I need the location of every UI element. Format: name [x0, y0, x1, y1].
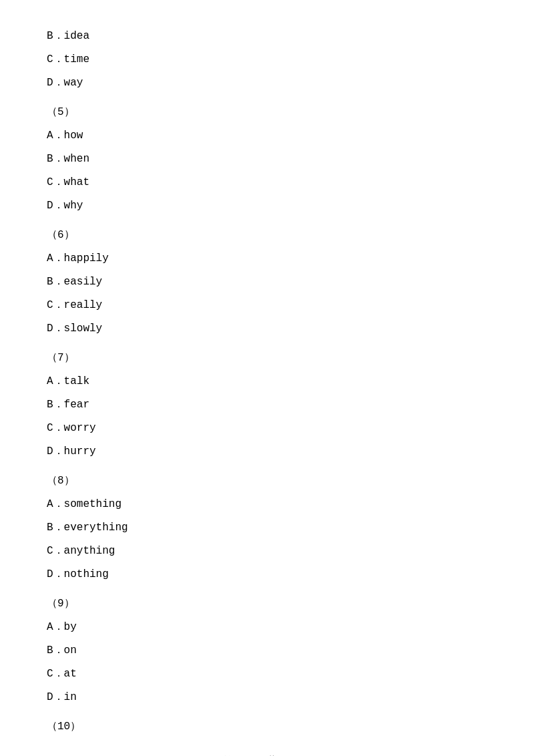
option-item: B．on: [47, 641, 487, 660]
option-item: C．time: [47, 50, 487, 69]
option-item: B．idea: [47, 27, 487, 46]
option-item: D．way: [47, 73, 487, 93]
option-item: D．nothing: [47, 565, 487, 584]
question-number: （7）: [47, 349, 487, 368]
question-number: （9）: [47, 594, 487, 614]
option-item: C．worry: [47, 419, 487, 438]
option-item: A．how: [47, 126, 487, 146]
option-item: D．slowly: [47, 319, 487, 339]
option-item: A．talk: [47, 372, 487, 391]
option-item: C．what: [47, 173, 487, 192]
question-number: （8）: [47, 471, 487, 491]
option-item: B．everything: [47, 518, 487, 538]
question-number: （6）: [47, 226, 487, 245]
option-item: D．hurry: [47, 442, 487, 461]
question-number: （5）: [47, 103, 487, 122]
option-item: A．by: [47, 618, 487, 637]
option-item: D．in: [47, 688, 487, 707]
option-item: A．something: [47, 495, 487, 514]
option-item: B．when: [47, 150, 487, 169]
option-item: A．happily: [47, 249, 487, 268]
option-item: B．fear: [47, 395, 487, 415]
option-item: C．really: [47, 296, 487, 315]
question-number: （10）: [47, 717, 487, 737]
option-item: C．at: [47, 665, 487, 684]
option-item: D．why: [47, 196, 487, 216]
option-item: C．anything: [47, 542, 487, 561]
page-content: B．ideaC．timeD．way（5）A．howB．whenC．whatD．w…: [0, 0, 534, 756]
option-item: B．easily: [47, 272, 487, 292]
